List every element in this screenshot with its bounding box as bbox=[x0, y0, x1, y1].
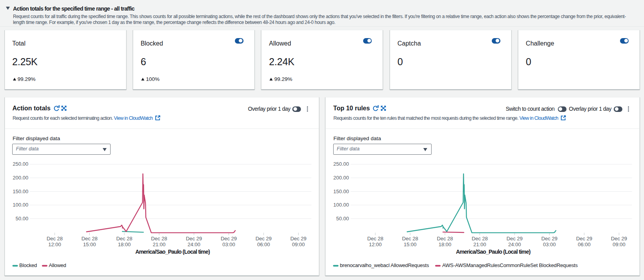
svg-text:250.00: 250.00 bbox=[333, 161, 349, 167]
svg-text:AWS-AWSManagedRulesCommonRuleS: AWS-AWSManagedRulesCommonRuleSet Blocked… bbox=[442, 262, 578, 268]
svg-text:Dec 29: Dec 29 bbox=[290, 236, 306, 242]
svg-text:15:00: 15:00 bbox=[404, 242, 417, 247]
svg-text:09:00: 09:00 bbox=[292, 242, 305, 247]
svg-text:Dec 29: Dec 29 bbox=[255, 236, 271, 242]
svg-text:200.00: 200.00 bbox=[333, 175, 349, 181]
svg-text:18:00: 18:00 bbox=[439, 242, 452, 247]
svg-text:24:00: 24:00 bbox=[187, 242, 200, 247]
svg-text:Dec 28: Dec 28 bbox=[46, 236, 63, 242]
svg-text:09:00: 09:00 bbox=[613, 242, 626, 247]
svg-text:150.00: 150.00 bbox=[333, 188, 349, 194]
svg-text:Dec 29: Dec 29 bbox=[506, 236, 522, 242]
svg-text:Dec 28: Dec 28 bbox=[81, 236, 97, 242]
svg-text:50.00: 50.00 bbox=[15, 216, 28, 221]
svg-text:Dec 29: Dec 29 bbox=[611, 236, 627, 242]
svg-text:Dec 28: Dec 28 bbox=[437, 236, 453, 242]
svg-text:12:00: 12:00 bbox=[369, 242, 382, 247]
svg-text:250.00: 250.00 bbox=[13, 161, 28, 167]
svg-text:Dec 28: Dec 28 bbox=[116, 236, 132, 242]
svg-text:03:00: 03:00 bbox=[543, 242, 556, 247]
svg-text:18:00: 18:00 bbox=[118, 242, 131, 247]
svg-text:06:00: 06:00 bbox=[257, 242, 270, 247]
svg-text:America/Sao_Paulo (Local time): America/Sao_Paulo (Local time) bbox=[135, 249, 209, 255]
svg-text:Blocked: Blocked bbox=[19, 262, 37, 268]
svg-text:Dec 28: Dec 28 bbox=[151, 236, 167, 242]
svg-text:100.00: 100.00 bbox=[333, 202, 349, 208]
svg-text:12:00: 12:00 bbox=[48, 242, 61, 247]
svg-text:Dec 28: Dec 28 bbox=[367, 236, 383, 242]
svg-text:24:00: 24:00 bbox=[508, 242, 521, 247]
svg-text:Dec 29: Dec 29 bbox=[541, 236, 557, 242]
svg-text:200.00: 200.00 bbox=[13, 175, 28, 181]
svg-text:brenocarvalho_webacl AllowedRe: brenocarvalho_webacl AllowedRequests bbox=[340, 262, 429, 268]
svg-text:06:00: 06:00 bbox=[578, 242, 591, 247]
svg-text:15:00: 15:00 bbox=[83, 242, 96, 247]
svg-text:Dec 28: Dec 28 bbox=[472, 236, 488, 242]
svg-text:50.00: 50.00 bbox=[336, 216, 349, 221]
svg-text:21:00: 21:00 bbox=[153, 242, 166, 247]
svg-text:03:00: 03:00 bbox=[222, 242, 235, 247]
svg-text:Dec 29: Dec 29 bbox=[576, 236, 592, 242]
svg-text:Allowed: Allowed bbox=[49, 262, 66, 268]
svg-text:Dec 28: Dec 28 bbox=[402, 236, 418, 242]
svg-text:Dec 29: Dec 29 bbox=[186, 236, 202, 242]
svg-text:100.00: 100.00 bbox=[13, 202, 28, 208]
svg-text:Dec 29: Dec 29 bbox=[220, 236, 236, 242]
svg-text:America/Sao_Paulo (Local time): America/Sao_Paulo (Local time) bbox=[456, 249, 530, 255]
svg-text:150.00: 150.00 bbox=[13, 188, 28, 194]
svg-text:21:00: 21:00 bbox=[473, 242, 486, 247]
